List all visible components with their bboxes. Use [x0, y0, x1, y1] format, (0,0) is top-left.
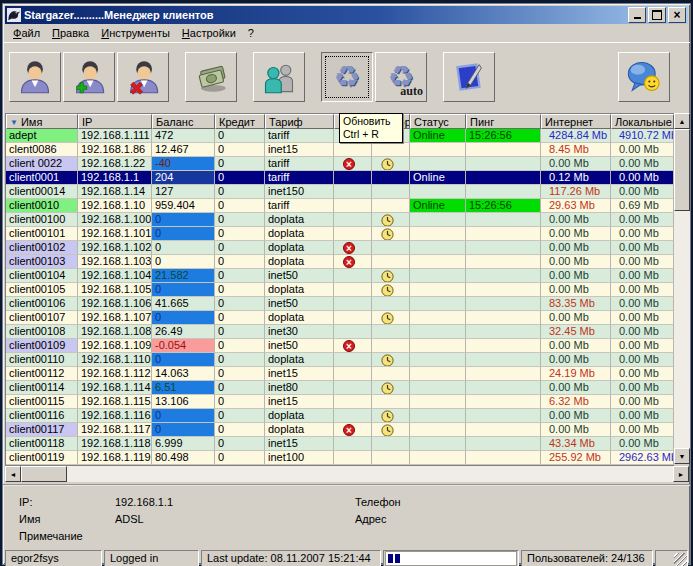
table-row[interactable]: client00102192.168.1.10200doplata×0.00 M…	[6, 241, 674, 255]
menu-settings[interactable]: Настройки	[176, 26, 242, 40]
column-header-ip[interactable]: IP	[78, 114, 152, 129]
menu-file[interactable]: Файл	[7, 26, 46, 40]
scroll-down-button[interactable]: ▼	[674, 448, 690, 464]
minimize-button[interactable]	[628, 7, 646, 23]
table-row[interactable]: client00110192.168.1.11000doplata0.00 Mb…	[6, 353, 674, 367]
user-groups-button[interactable]	[253, 52, 305, 102]
cell-flag-blocked	[334, 409, 372, 423]
cell-name: client0001	[6, 171, 78, 185]
cell-flag-blocked	[334, 227, 372, 241]
column-header-label: Интернет	[545, 116, 593, 128]
vertical-scrollbar[interactable]: ▲▼	[674, 113, 690, 464]
resize-grip[interactable]	[674, 553, 687, 566]
cell-internet: 0.00 Mb	[541, 157, 611, 171]
table-row[interactable]: client00106192.168.1.10641.6650inet5083.…	[6, 297, 674, 311]
table-row[interactable]: client00118192.168.1.1186.9990inet1543.3…	[6, 437, 674, 451]
table-row[interactable]: client0001192.168.1.12040tariffOnline0.1…	[6, 171, 674, 185]
cell-balance: 6.999	[152, 437, 215, 451]
cell-flag-clock	[372, 255, 410, 269]
column-header-local[interactable]: Локальные р	[611, 114, 674, 129]
close-button[interactable]: ×	[668, 7, 686, 23]
clock-icon	[381, 270, 394, 283]
column-header-name[interactable]: ▼Имя	[6, 114, 78, 129]
cell-tariff: inet15	[265, 367, 334, 381]
scroll-up-button[interactable]: ▲	[674, 113, 690, 129]
blocked-icon: ×	[343, 158, 355, 170]
user-icon	[17, 59, 53, 95]
cell-ping	[466, 409, 541, 423]
cell-local: 0.00 Mb	[611, 437, 674, 451]
column-header-ping[interactable]: Пинг	[466, 114, 541, 129]
add-user-button[interactable]	[63, 52, 115, 102]
cell-ping	[466, 185, 541, 199]
cell-name: client00103	[6, 255, 78, 269]
user-button[interactable]	[9, 52, 61, 102]
cell-ip: 192.168.1.115	[78, 395, 152, 409]
cell-ping	[466, 213, 541, 227]
menu-bar: Файл Правка Инструменты Настройки ?	[3, 24, 690, 42]
tooltip-line1: Обновить	[343, 115, 399, 128]
cell-status	[410, 423, 466, 437]
edit-log-button[interactable]	[443, 52, 495, 102]
table-row[interactable]: client00103192.168.1.10300doplata×0.00 M…	[6, 255, 674, 269]
menu-edit[interactable]: Правка	[46, 26, 95, 40]
cell-tariff: inet30	[265, 325, 334, 339]
table-row[interactable]: client00114192.168.1.1146.510inet800.00 …	[6, 381, 674, 395]
cell-local: 0.00 Mb	[611, 241, 674, 255]
table-row[interactable]: client0010192.168.1.10959.4040tariffOnli…	[6, 199, 674, 213]
horizontal-scrollbar[interactable]: ◄ ►	[5, 466, 689, 482]
message-button[interactable]	[618, 52, 670, 102]
menu-help[interactable]: ?	[242, 26, 260, 40]
table-row[interactable]: client 0022192.168.1.22-400tariff×0.00 M…	[6, 157, 674, 171]
table-row[interactable]: client00108192.168.1.10826.490inet3032.4…	[6, 325, 674, 339]
cell-internet: 0.00 Mb	[541, 423, 611, 437]
column-header-balance[interactable]: Баланс	[152, 114, 215, 129]
cell-ip: 192.168.1.22	[78, 157, 152, 171]
table-row[interactable]: client00101192.168.1.10100doplata0.00 Mb…	[6, 227, 674, 241]
cell-ping	[466, 311, 541, 325]
table-row[interactable]: client00119192.168.1.11980.4980inet10025…	[6, 451, 674, 465]
vertical-scroll-thumb[interactable]	[674, 129, 690, 211]
column-header-status[interactable]: Статус	[410, 114, 466, 129]
horizontal-scroll-thumb[interactable]	[21, 466, 67, 482]
auto-refresh-button[interactable]: ♻ auto	[375, 52, 427, 102]
table-row[interactable]: client00115192.168.1.11513.1060inet156.3…	[6, 395, 674, 409]
column-header-internet[interactable]: Интернет	[541, 114, 611, 129]
table-row[interactable]: client00116192.168.1.11600doplata0.00 Mb…	[6, 409, 674, 423]
cell-credit: 0	[215, 353, 265, 367]
scroll-left-button[interactable]: ◄	[5, 466, 21, 482]
cell-status	[410, 227, 466, 241]
cell-local: 0.00 Mb	[611, 353, 674, 367]
cell-flag-blocked	[334, 297, 372, 311]
table-row[interactable]: client00104192.168.1.10421.5820inet500.0…	[6, 269, 674, 283]
title-bar[interactable]: Stargazer..........Менеджер клиентов ×	[5, 6, 688, 24]
table-row[interactable]: clent0086192.168.1.8612.4670inet158.45 M…	[6, 143, 674, 157]
cell-internet: 0.00 Mb	[541, 339, 611, 353]
clock-icon	[381, 354, 394, 367]
cell-credit: 0	[215, 241, 265, 255]
menu-tools[interactable]: Инструменты	[95, 26, 176, 40]
cash-button[interactable]	[185, 52, 237, 102]
cell-ping	[466, 367, 541, 381]
table-row[interactable]: client00105192.168.1.10500doplata0.00 Mb…	[6, 283, 674, 297]
table-row[interactable]: client00100192.168.1.10000doplata0.00 Mb…	[6, 213, 674, 227]
cell-tariff: inet15	[265, 395, 334, 409]
info-note-label: Примечание	[19, 530, 115, 542]
maximize-button[interactable]	[648, 7, 666, 23]
refresh-button[interactable]: ♻	[321, 52, 373, 102]
maximize-icon	[652, 10, 662, 20]
table-row[interactable]: client00112192.168.1.11214.0630inet1524.…	[6, 367, 674, 381]
table-row[interactable]: client00107192.168.1.10700doplata0.00 Mb…	[6, 311, 674, 325]
table-row[interactable]: client00109192.168.1.109-0.0540inet50×0.…	[6, 339, 674, 353]
column-header-tariff[interactable]: Тариф	[265, 114, 334, 129]
delete-user-button[interactable]	[117, 52, 169, 102]
table-row[interactable]: client00117192.168.1.11700doplata×0.00 M…	[6, 423, 674, 437]
column-header-credit[interactable]: Кредит	[215, 114, 265, 129]
cell-name: client00102	[6, 241, 78, 255]
cell-flag-blocked	[334, 381, 372, 395]
cell-balance: -0.054	[152, 339, 215, 353]
cell-balance: 41.665	[152, 297, 215, 311]
scroll-right-button[interactable]: ►	[673, 466, 689, 482]
table-row[interactable]: client00014192.168.1.141270inet150117.26…	[6, 185, 674, 199]
cell-tariff: doplata	[265, 283, 334, 297]
